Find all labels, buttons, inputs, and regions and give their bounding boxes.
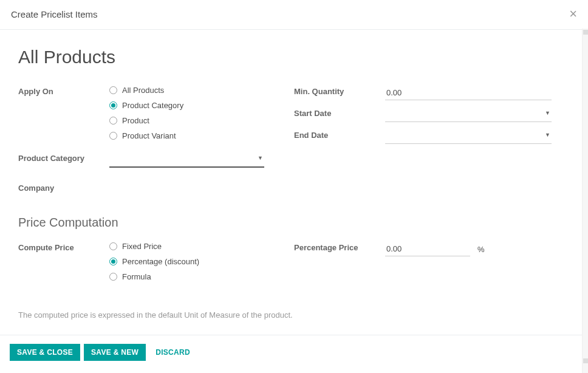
percent-symbol: % — [477, 245, 485, 254]
min-quantity-label: Min. Quantity — [294, 86, 385, 96]
radio-icon — [109, 273, 117, 281]
radio-label: Product — [122, 116, 149, 125]
apply-on-all-products[interactable]: All Products — [109, 86, 276, 95]
compute-formula[interactable]: Formula — [109, 272, 276, 281]
scrollbar[interactable] — [582, 29, 588, 373]
radio-label: Product Category — [122, 101, 183, 110]
price-computation-title: Price Computation — [18, 216, 570, 230]
save-new-button[interactable]: SAVE & NEW — [84, 344, 146, 361]
radio-icon — [109, 101, 117, 109]
min-quantity-input[interactable] — [385, 86, 552, 100]
radio-label: Fixed Price — [122, 242, 162, 251]
radio-label: All Products — [122, 86, 164, 95]
apply-on-product-category[interactable]: Product Category — [109, 101, 276, 110]
end-date-label: End Date — [294, 129, 385, 140]
radio-icon — [109, 258, 117, 265]
company-label: Company — [18, 182, 109, 193]
start-date-input[interactable] — [385, 108, 552, 121]
scroll-down-icon — [583, 358, 588, 363]
radio-icon — [109, 242, 117, 250]
compute-fixed-price[interactable]: Fixed Price — [109, 242, 276, 251]
apply-on-product-variant[interactable]: Product Variant — [109, 131, 276, 140]
product-category-label: Product Category — [18, 152, 109, 163]
radio-label: Formula — [122, 272, 151, 281]
radio-label: Percentage (discount) — [122, 257, 199, 266]
radio-icon — [109, 117, 117, 125]
modal-title: Create Pricelist Items — [11, 9, 98, 19]
radio-icon — [109, 86, 117, 94]
product-category-input[interactable] — [109, 152, 264, 166]
footer-note: The computed price is expressed in the d… — [18, 310, 570, 320]
percentage-price-label: Percentage Price — [294, 242, 385, 252]
apply-on-product[interactable]: Product — [109, 116, 276, 125]
close-icon[interactable]: × — [569, 7, 577, 21]
radio-label: Product Variant — [122, 131, 176, 140]
start-date-label: Start Date — [294, 108, 385, 118]
scroll-up-icon — [583, 30, 588, 35]
page-title: All Products — [18, 47, 570, 67]
compute-percentage[interactable]: Percentage (discount) — [109, 257, 276, 266]
end-date-input[interactable] — [385, 129, 552, 143]
apply-on-label: Apply On — [18, 86, 109, 96]
radio-icon — [109, 132, 117, 140]
discard-button[interactable]: DISCARD — [149, 344, 197, 361]
compute-price-label: Compute Price — [18, 242, 109, 252]
percentage-price-input[interactable] — [385, 242, 470, 256]
save-close-button[interactable]: SAVE & CLOSE — [10, 344, 80, 361]
